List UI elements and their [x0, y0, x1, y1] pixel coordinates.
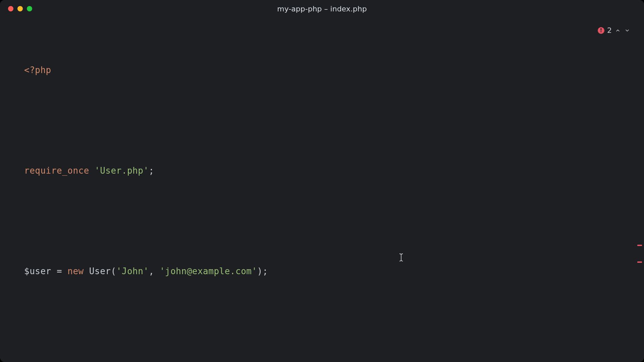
token-punc: ; [149, 166, 154, 176]
token-string: 'User.php' [95, 166, 149, 176]
code-editor[interactable]: <?php require_once 'User.php'; $user = n… [0, 17, 644, 362]
token-punc: ); [257, 266, 268, 276]
zoom-button[interactable] [27, 6, 32, 11]
error-marker[interactable] [637, 261, 642, 263]
minimize-button[interactable] [17, 6, 23, 11]
code-line[interactable] [24, 313, 644, 330]
token-op: = [51, 266, 67, 276]
token-string: 'John' [116, 266, 149, 276]
code-line[interactable]: $user = new User('John', 'john@example.c… [24, 263, 644, 280]
token-class: User( [84, 266, 116, 276]
code-line[interactable]: require_once 'User.php'; [24, 162, 644, 179]
error-stripe-track[interactable] [637, 20, 644, 359]
code-line[interactable] [24, 213, 644, 229]
token-punc: , [149, 266, 160, 276]
code-line[interactable] [24, 112, 644, 129]
titlebar[interactable]: my-app-php – index.php [0, 0, 644, 17]
editor-window: my-app-php – index.php ! 2 <?php require… [0, 0, 644, 362]
token-var: $user [24, 266, 51, 276]
token-string: 'john@example.com' [160, 266, 257, 276]
window-title: my-app-php – index.php [0, 5, 644, 13]
close-button[interactable] [8, 6, 13, 11]
error-marker[interactable] [637, 245, 642, 246]
code-line[interactable]: <?php [24, 62, 644, 78]
traffic-lights [0, 6, 32, 11]
text-cursor-icon [366, 234, 372, 242]
token-keyword: require_once [24, 166, 89, 176]
token-tag: <?php [24, 65, 51, 75]
token-keyword: new [67, 266, 84, 276]
